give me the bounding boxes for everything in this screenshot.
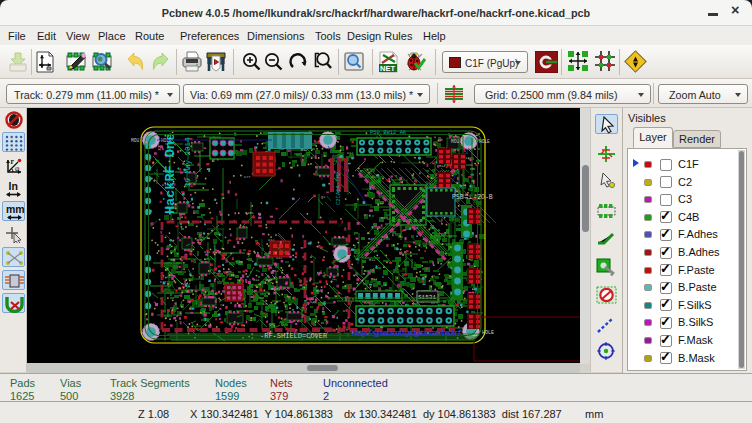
svg-text:MOU: MOU <box>131 138 139 143</box>
svg-text:φ: φ <box>15 164 20 173</box>
svg-text:R12: R12 <box>369 258 375 262</box>
svg-text:C77: C77 <box>244 175 250 179</box>
svg-text:R12: R12 <box>371 277 377 281</box>
svg-text:L3: L3 <box>263 302 267 306</box>
svg-text:mm: mm <box>6 203 25 215</box>
svg-text:P5B-⊥-2O-B: P5B-⊥-2O-B <box>452 194 493 201</box>
svg-text:HackRF One: HackRF One <box>163 133 178 214</box>
svg-text:-RF-SHIELD=COVER: -RF-SHIELD=COVER <box>260 332 328 340</box>
svg-text:U12: U12 <box>347 151 353 155</box>
svg-text:http://greatscottgadgets.com/h: http://greatscottgadgets.com/hackrf <box>352 328 462 337</box>
svg-text:R12: R12 <box>439 164 445 168</box>
svg-text:HOLE: HOLE <box>482 330 494 336</box>
svg-text:HOLE: HOLE <box>161 138 172 143</box>
svg-text:R12: R12 <box>316 289 322 293</box>
svg-text:C2CA6A-7M2: C2CA6A-7M2 <box>335 172 342 205</box>
svg-text:R101: R101 <box>245 211 254 215</box>
svg-text:MOU: MOU <box>451 139 459 144</box>
svg-text:U12: U12 <box>204 250 210 254</box>
svg-text:C77: C77 <box>377 202 383 206</box>
svg-text:Q2: Q2 <box>321 195 325 199</box>
svg-text:In: In <box>9 180 18 192</box>
svg-text:C77: C77 <box>160 280 166 284</box>
svg-text:19 May 2014: 19 May 2014 <box>184 137 192 187</box>
svg-text:R12: R12 <box>381 216 387 220</box>
svg-text:C45: C45 <box>266 278 272 282</box>
svg-text:NET: NET <box>380 64 395 73</box>
svg-text:HOLE: HOLE <box>479 139 490 144</box>
svg-text:r: r <box>11 157 15 166</box>
svg-text:Q2: Q2 <box>269 322 273 326</box>
